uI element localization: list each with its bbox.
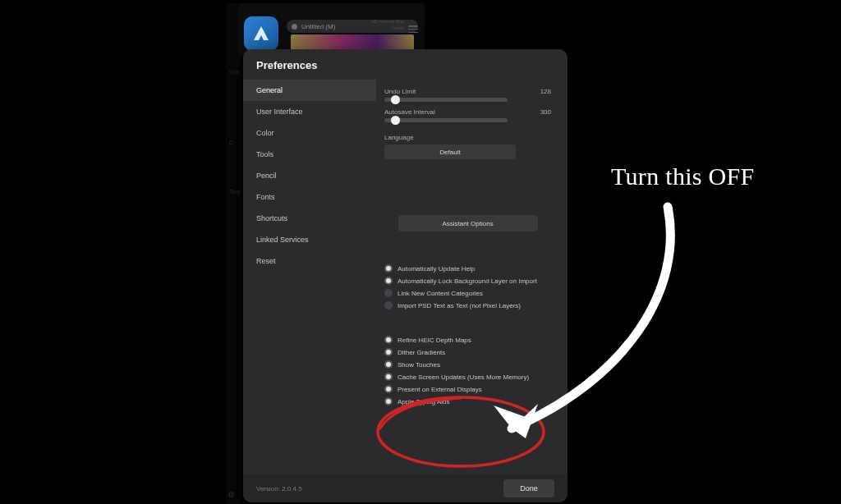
version-label: Version: 2.0.4.5 bbox=[256, 485, 302, 493]
sidebar-item-linked-services[interactable]: Linked Services bbox=[243, 229, 376, 250]
dialog-title: Preferences bbox=[243, 49, 568, 80]
opt-label: Show Touches bbox=[398, 361, 440, 369]
opt-label: Present on External Displays bbox=[398, 386, 482, 393]
sidebar-item-shortcuts[interactable]: Shortcuts bbox=[243, 208, 376, 229]
annotation-text: Turn this OFF bbox=[611, 163, 755, 190]
checkbox-icon[interactable] bbox=[384, 385, 393, 393]
sidebar-item-user-interface[interactable]: User Interface bbox=[243, 101, 376, 122]
app-logo-icon bbox=[244, 16, 278, 51]
opt-import-psd-text[interactable]: Import PSD Text as Text (not Pixel Layer… bbox=[384, 301, 551, 309]
sidebar-item-general[interactable]: General bbox=[243, 80, 376, 101]
opt-label: Automatically Update Help bbox=[398, 265, 475, 273]
checkbox-icon[interactable] bbox=[384, 360, 393, 369]
opt-label: Apple Typing Aids bbox=[398, 398, 449, 405]
checkbox-icon[interactable] bbox=[384, 289, 393, 297]
slider-thumb-icon[interactable] bbox=[391, 116, 400, 125]
done-button[interactable]: Done bbox=[503, 479, 554, 497]
opt-show-touches[interactable]: Show Touches bbox=[384, 360, 551, 369]
sidebar-item-reset[interactable]: Reset bbox=[243, 250, 376, 272]
document-thumbnail bbox=[291, 34, 414, 51]
opt-refine-heic[interactable]: Refine HEIC Depth Maps bbox=[384, 336, 551, 344]
sidebar-item-fonts[interactable]: Fonts bbox=[243, 186, 376, 208]
language-row: Language Default bbox=[384, 134, 551, 159]
app-left-rail: Live D Tem ⚙ bbox=[226, 3, 241, 504]
menu-icon[interactable] bbox=[408, 25, 418, 33]
rail-label: D bbox=[229, 140, 233, 145]
checkbox-icon[interactable] bbox=[384, 336, 393, 344]
dialog-footer: Version: 2.0.4.5 Done bbox=[243, 474, 568, 502]
gear-icon: ⚙ bbox=[227, 490, 235, 499]
preferences-dialog: Preferences General User Interface Color… bbox=[243, 49, 568, 502]
autosave-label: Autosave Interval bbox=[384, 108, 435, 116]
opt-label: Automatically Lock Background Layer on I… bbox=[398, 277, 537, 285]
prefs-sidebar: General User Interface Color Tools Penci… bbox=[243, 80, 376, 474]
opt-present-external-displays[interactable]: Present on External Displays bbox=[384, 385, 551, 393]
checkbox-icon[interactable] bbox=[384, 397, 393, 405]
opt-label: Dither Gradients bbox=[398, 349, 445, 356]
prefs-general-pane: Undo Limit 128 Autosave Interval 300 Lan… bbox=[376, 80, 568, 474]
checkbox-icon[interactable] bbox=[384, 264, 393, 273]
autosave-row: Autosave Interval 300 bbox=[384, 108, 551, 122]
checkbox-icon[interactable] bbox=[384, 301, 393, 309]
opt-auto-lock-bg[interactable]: Automatically Lock Background Layer on I… bbox=[384, 277, 551, 285]
opt-link-new-content[interactable]: Link New Content Categories bbox=[384, 289, 551, 297]
opt-dither-gradients[interactable]: Dither Gradients bbox=[384, 348, 551, 356]
checkbox-icon[interactable] bbox=[384, 277, 393, 285]
opt-label: Cache Screen Updates (Uses More Memory) bbox=[398, 373, 529, 381]
autosave-slider[interactable] bbox=[384, 118, 508, 122]
undo-limit-slider[interactable] bbox=[384, 98, 508, 102]
tab-meta: AD embed Bus mock bbox=[371, 18, 404, 31]
opt-auto-update-help[interactable]: Automatically Update Help bbox=[384, 264, 551, 273]
rail-label: Tem bbox=[229, 189, 240, 195]
checkbox-icon[interactable] bbox=[384, 373, 393, 381]
opt-label: Link New Content Categories bbox=[398, 290, 483, 297]
close-tab-icon[interactable] bbox=[292, 24, 297, 30]
rail-label: Live bbox=[229, 69, 240, 75]
language-label: Language bbox=[384, 134, 551, 141]
opt-label: Import PSD Text as Text (not Pixel Layer… bbox=[398, 302, 521, 309]
general-options-list: Automatically Update Help Automatically … bbox=[384, 264, 551, 405]
autosave-value: 300 bbox=[540, 108, 551, 116]
sidebar-item-tools[interactable]: Tools bbox=[243, 144, 376, 165]
undo-limit-value: 128 bbox=[540, 88, 551, 95]
document-tab-label: Untitled (M) bbox=[301, 23, 335, 30]
checkbox-icon[interactable] bbox=[384, 348, 393, 356]
slider-thumb-icon[interactable] bbox=[391, 95, 400, 104]
sidebar-item-pencil[interactable]: Pencil bbox=[243, 165, 376, 186]
language-select[interactable]: Default bbox=[384, 144, 516, 159]
opt-label: Refine HEIC Depth Maps bbox=[398, 337, 471, 344]
undo-limit-label: Undo Limit bbox=[384, 88, 416, 95]
opt-cache-screen-updates[interactable]: Cache Screen Updates (Uses More Memory) bbox=[384, 373, 551, 381]
undo-limit-row: Undo Limit 128 bbox=[384, 88, 551, 102]
opt-apple-typing-aids[interactable]: Apple Typing Aids bbox=[384, 397, 551, 405]
sidebar-item-color[interactable]: Color bbox=[243, 122, 376, 144]
assistant-options-button[interactable]: Assistant Options bbox=[398, 215, 538, 231]
